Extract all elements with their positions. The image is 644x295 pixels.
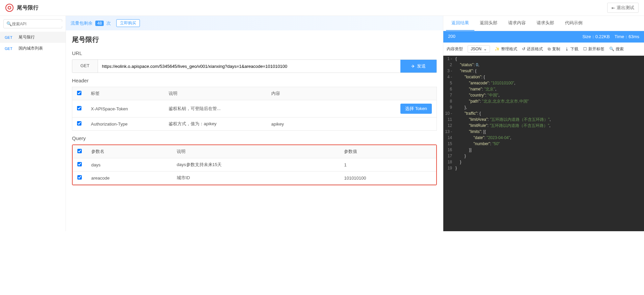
row-checkbox[interactable]: [77, 121, 81, 126]
response-panel: 返回结果返回头部请求内容请求头部代码示例 200 Size：0.22KB Tim…: [443, 16, 644, 231]
code-line: 4 - "location": {: [443, 74, 644, 80]
response-code[interactable]: 1 -{2 "status": 0,3 - "result": {4 - "lo…: [443, 56, 644, 231]
row-checkbox[interactable]: [77, 106, 81, 110]
response-size: Size：0.22KB: [583, 34, 610, 39]
code-line: 3 - "result": {: [443, 68, 644, 74]
code-line: 2 "status": 0,: [443, 62, 644, 68]
status-bar: 200 Size：0.22KB Time：63ms: [443, 31, 644, 43]
copy-button[interactable]: ⧉复制: [548, 46, 560, 52]
method-badge: GET: [5, 47, 13, 51]
select-token-button[interactable]: 选择 Token: [400, 104, 432, 114]
newtab-button[interactable]: ☐新开标签: [583, 46, 604, 52]
cell-desc: 鉴权私钥，可登陆后在管...: [164, 100, 267, 117]
quota-label: 流量包剩余: [71, 20, 93, 26]
request-panel: 流量包剩余 48 次 立即购买 尾号限行 URL GET ✈ 发送 Header: [66, 16, 443, 231]
cell-name: days: [86, 158, 172, 171]
sidebar: 🔍 GET尾号限行GET国内城市列表: [0, 16, 66, 231]
table-row: daysdays参数支持未来15天1: [73, 158, 436, 171]
cell-desc: days参数支持未来15天: [172, 158, 339, 171]
app-logo-icon: ✪: [5, 4, 14, 12]
blurred-token: [271, 104, 332, 108]
response-tab[interactable]: 请求内容: [503, 16, 531, 31]
send-label: 发送: [417, 63, 426, 69]
search-input-wrap[interactable]: 🔍: [3, 19, 62, 28]
code-line: 9 },: [443, 104, 644, 110]
table-header: 内容: [267, 87, 437, 100]
format-select[interactable]: JSON ⌄: [468, 45, 490, 53]
table-header: 参数名: [86, 145, 172, 158]
download-button[interactable]: ⭳下载: [565, 46, 578, 52]
table-header: 说明: [172, 145, 339, 158]
code-line: 1 -{: [443, 56, 644, 62]
code-line: 16 }]: [443, 147, 644, 153]
table-header: 标签: [86, 87, 164, 100]
code-line: 15 "number": "50": [443, 141, 644, 147]
api-name: 国内城市列表: [19, 46, 43, 51]
cell-desc: 城市ID: [172, 171, 339, 185]
exit-test-button[interactable]: ⇤ 退出测试: [607, 3, 639, 13]
quota-count: 48: [95, 21, 104, 26]
response-tab[interactable]: 代码示例: [560, 16, 588, 31]
wand-icon: ✨: [495, 47, 500, 51]
http-method: GET: [72, 60, 98, 73]
download-icon: ⭳: [565, 47, 569, 51]
search-response-button[interactable]: 🔍搜索: [609, 46, 624, 52]
search-icon: 🔍: [6, 21, 12, 26]
search-icon: 🔍: [609, 47, 614, 51]
send-button[interactable]: ✈ 发送: [400, 60, 437, 73]
query-section-label: Query: [72, 135, 437, 141]
header-table: 标签说明内容 X-APISpace-Token鉴权私钥，可登陆后在管...选择 …: [72, 87, 437, 131]
code-line: 8 "path": "北京,北京市,北京市,中国": [443, 98, 644, 104]
tidy-format-button[interactable]: ✨整理格式: [495, 46, 517, 52]
code-line: 13 - "limits": [{: [443, 129, 644, 135]
restore-icon: ↺: [522, 47, 525, 51]
method-badge: GET: [5, 35, 13, 39]
table-header: 说明: [164, 87, 267, 100]
response-tabs: 返回结果返回头部请求内容请求头部代码示例: [443, 16, 644, 31]
sidebar-api-item[interactable]: GET尾号限行: [0, 32, 66, 43]
send-icon: ✈: [411, 64, 415, 69]
api-name: 尾号限行: [19, 34, 35, 40]
code-line: 11 "limitArea": "五环路以内道路（不含五环路）",: [443, 116, 644, 123]
code-line: 10 - "traffic": {: [443, 110, 644, 116]
response-tab[interactable]: 返回结果: [446, 16, 474, 31]
newtab-icon: ☐: [583, 47, 587, 51]
cell-tag: X-APISpace-Token: [86, 100, 164, 117]
app-title: 尾号限行: [17, 4, 39, 11]
table-row: X-APISpace-Token鉴权私钥，可登陆后在管...选择 Token: [72, 100, 437, 117]
restore-format-button[interactable]: ↺还原格式: [522, 46, 543, 52]
query-table: 参数名说明参数值 daysdays参数支持未来15天1areacode城市ID1…: [73, 145, 436, 185]
row-checkbox[interactable]: [77, 162, 82, 166]
code-line: 7 "country": "中国",: [443, 92, 644, 98]
top-header: ✪ 尾号限行 ⇤ 退出测试: [0, 0, 644, 16]
exit-label: 退出测试: [617, 5, 634, 11]
exit-icon: ⇤: [612, 5, 615, 10]
chevron-down-icon: ⌄: [484, 47, 487, 51]
quota-banner: 流量包剩余 48 次 立即购买: [66, 16, 443, 30]
response-time: Time：63ms: [615, 34, 639, 39]
search-input[interactable]: [12, 22, 63, 26]
table-header: 参数值: [339, 145, 436, 158]
response-tab[interactable]: 返回头部: [474, 16, 503, 31]
url-section-label: URL: [72, 50, 437, 56]
content-type-label: 内容类型: [447, 46, 463, 52]
table-row: areacode城市ID101010100: [73, 171, 436, 185]
select-all-checkbox[interactable]: [77, 91, 81, 95]
sidebar-api-item[interactable]: GET国内城市列表: [0, 43, 66, 54]
header-section-label: Header: [72, 78, 437, 83]
cell-val: 1: [339, 158, 436, 171]
page-title: 尾号限行: [72, 35, 437, 44]
response-tab[interactable]: 请求头部: [531, 16, 560, 31]
buy-button[interactable]: 立即购买: [116, 19, 140, 27]
url-input[interactable]: [98, 60, 400, 73]
code-line: 5 "areacode": "101010100",: [443, 80, 644, 86]
code-line: 18 }: [443, 159, 644, 165]
select-all-checkbox[interactable]: [77, 149, 82, 153]
code-line: 19}: [443, 165, 644, 171]
cell-val: 选择 Token: [267, 100, 437, 117]
table-row: Authorization-Type鉴权方式，值为：apikeyapikey: [72, 117, 437, 131]
code-line: 14 "date": "2023-04-04",: [443, 135, 644, 141]
row-checkbox[interactable]: [77, 175, 82, 180]
copy-icon: ⧉: [548, 47, 551, 51]
cell-tag: Authorization-Type: [86, 117, 164, 131]
